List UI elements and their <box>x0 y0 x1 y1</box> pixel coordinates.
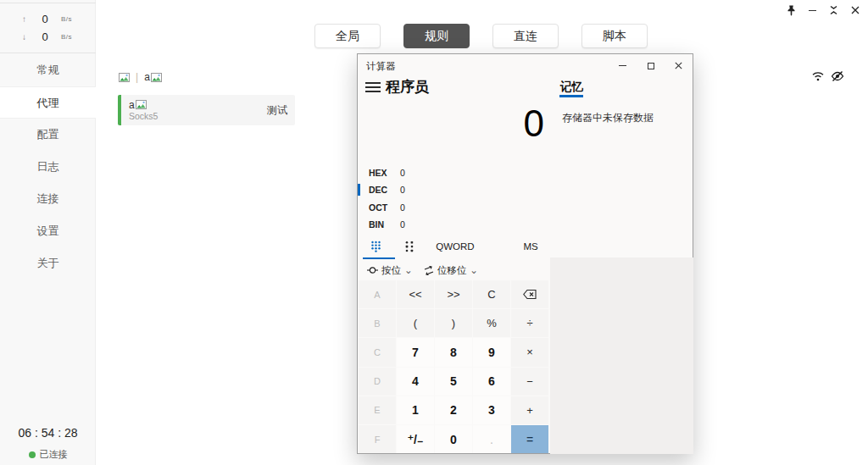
memory-store-button[interactable]: MS <box>513 241 548 252</box>
key-hex-f[interactable]: F <box>359 425 396 453</box>
key-backspace[interactable] <box>511 280 548 308</box>
radix-bin[interactable]: BIN 0 <box>358 216 546 233</box>
radix-oct-value: 0 <box>400 202 405 213</box>
sidebar-item-logs[interactable]: 日志 <box>0 151 96 183</box>
mode-script-button[interactable]: 脚本 <box>581 24 648 48</box>
calc-close-icon[interactable] <box>665 54 693 77</box>
key-7[interactable]: 7 <box>397 338 434 366</box>
group-tab-a[interactable]: a <box>144 71 162 83</box>
calculator-title: 计算器 <box>366 60 396 73</box>
key-1[interactable]: 1 <box>397 396 434 424</box>
key-8[interactable]: 8 <box>435 338 472 366</box>
upload-arrow-icon: ↑ <box>22 14 34 24</box>
calc-maximize-icon[interactable] <box>637 54 665 77</box>
chevron-down-icon: ⌄ <box>470 264 478 276</box>
key-9[interactable]: 9 <box>473 338 510 366</box>
sidebar-item-general[interactable]: 常规 <box>0 54 96 86</box>
proxy-card-info: a Socks5 <box>121 97 158 124</box>
minimize-icon[interactable] <box>804 3 821 18</box>
sidebar-item-proxies[interactable]: 代理 <box>0 86 96 119</box>
upload-unit: B/s <box>61 15 72 23</box>
status-dot-icon <box>29 451 36 458</box>
key-add[interactable]: + <box>511 396 548 424</box>
memory-empty-text: 存储器中未保存数据 <box>562 111 654 125</box>
key-hex-a[interactable]: A <box>359 280 396 308</box>
key-plus-minus[interactable]: ⁺/₋ <box>397 425 434 453</box>
upload-speed: ↑ 0 B/s <box>0 13 96 25</box>
key-subtract[interactable]: − <box>511 368 548 396</box>
mode-direct-button[interactable]: 直连 <box>492 24 559 48</box>
broken-image-icon <box>136 100 147 109</box>
hamburger-menu-icon[interactable] <box>365 80 381 94</box>
operator-menus: 按位 ⌄ 位移位 ⌄ <box>358 262 549 279</box>
key-percent[interactable]: % <box>473 309 510 337</box>
sidebar-item-profiles[interactable]: 配置 <box>0 119 96 151</box>
bit-toggle-keypad-icon[interactable] <box>404 241 415 252</box>
test-latency-button[interactable]: 测试 <box>267 103 287 118</box>
radix-dec[interactable]: DEC 0 <box>358 181 546 198</box>
bitwise-menu-button[interactable]: 按位 ⌄ <box>367 262 413 279</box>
key-open-paren[interactable]: ( <box>397 309 434 337</box>
close-icon[interactable] <box>847 3 863 18</box>
traffic-panel: ↑ 0 B/s ↓ 0 B/s <box>0 3 96 53</box>
proxy-name-label: a <box>129 99 135 111</box>
word-size-button[interactable]: QWORD <box>432 241 478 252</box>
download-value: 0 <box>34 30 56 43</box>
calculator-window-controls <box>609 54 693 77</box>
calculator-toolbar: QWORD MS <box>358 238 549 258</box>
pin-icon[interactable] <box>783 3 799 18</box>
radix-hex-label: HEX <box>369 168 392 178</box>
key-right-shift[interactable]: >> <box>435 280 472 308</box>
calc-minimize-icon[interactable] <box>609 54 637 77</box>
sidebar-item-about[interactable]: 关于 <box>0 247 96 280</box>
key-close-paren[interactable]: ) <box>435 309 472 337</box>
mode-rule-button[interactable]: 规则 <box>403 24 470 48</box>
key-hex-b[interactable]: B <box>359 309 396 337</box>
mode-global-button[interactable]: 全局 <box>314 24 381 48</box>
radix-bin-label: BIN <box>369 219 392 230</box>
proxy-group-tabs: | a <box>119 71 162 83</box>
key-hex-d[interactable]: D <box>359 368 396 396</box>
upload-value: 0 <box>34 13 56 25</box>
key-5[interactable]: 5 <box>435 368 472 396</box>
bitwise-label: 按位 <box>381 264 401 277</box>
memory-tab-underline <box>559 95 583 97</box>
collapse-icon[interactable] <box>826 3 842 18</box>
proxy-card[interactable]: a Socks5 测试 <box>118 95 295 125</box>
key-left-shift[interactable]: << <box>397 280 434 308</box>
key-clear[interactable]: C <box>473 280 510 308</box>
key-0[interactable]: 0 <box>435 425 472 453</box>
key-4[interactable]: 4 <box>397 368 434 396</box>
sidebar-item-settings[interactable]: 设置 <box>0 215 96 247</box>
radix-hex-value: 0 <box>400 168 405 178</box>
backspace-icon <box>523 290 537 299</box>
tab-separator: | <box>136 71 138 83</box>
key-6[interactable]: 6 <box>473 368 510 396</box>
memory-panel <box>550 257 693 454</box>
proxy-mode-switcher: 全局 规则 直连 脚本 <box>314 24 648 48</box>
key-multiply[interactable]: × <box>511 338 548 366</box>
calculator-titlebar[interactable]: 计算器 <box>358 54 693 77</box>
key-3[interactable]: 3 <box>473 396 510 424</box>
key-hex-e[interactable]: E <box>359 396 396 424</box>
download-speed: ↓ 0 B/s <box>0 30 96 43</box>
eye-off-icon[interactable] <box>831 70 844 82</box>
status-label: 已连接 <box>40 449 68 459</box>
key-equals[interactable]: = <box>511 425 548 453</box>
radix-hex[interactable]: HEX 0 <box>358 164 546 181</box>
group-tab-label: a <box>144 71 150 83</box>
bitshift-label: 位移位 <box>437 264 467 277</box>
key-2[interactable]: 2 <box>435 396 472 424</box>
radix-oct[interactable]: OCT 0 <box>358 199 546 216</box>
radix-bin-value: 0 <box>400 219 405 230</box>
full-keypad-icon[interactable] <box>370 241 381 252</box>
key-decimal[interactable]: . <box>473 425 510 453</box>
broken-image-icon[interactable] <box>119 73 130 82</box>
sidebar-item-connections[interactable]: 连接 <box>0 183 96 215</box>
radix-dec-label: DEC <box>369 185 392 195</box>
key-hex-c[interactable]: C <box>359 338 396 366</box>
key-divide[interactable]: ÷ <box>511 309 548 337</box>
bitshift-menu-button[interactable]: 位移位 ⌄ <box>424 262 478 279</box>
wifi-test-icon[interactable] <box>811 70 825 82</box>
tab-memory[interactable]: 记忆 <box>560 80 583 95</box>
